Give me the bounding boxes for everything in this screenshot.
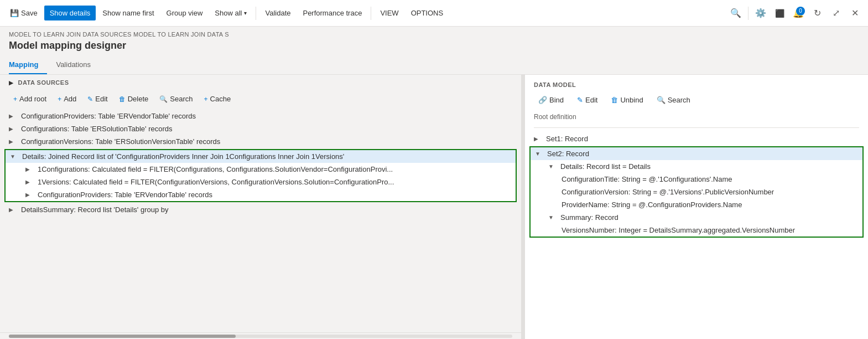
scroll-thumb[interactable]	[9, 335, 236, 338]
tab-validations[interactable]: Validations	[56, 56, 100, 74]
right-tree-item-config-version[interactable]: ConfigurationVersion: String = @.'1Versi…	[531, 186, 862, 198]
right-edit-button[interactable]: ✎ Edit	[573, 94, 602, 106]
expand-icon-cp[interactable]: ▶	[9, 113, 17, 119]
show-details-button[interactable]: Show details	[44, 6, 96, 20]
search-toolbar-button[interactable]: 🔍	[727, 4, 745, 22]
expand-icon-ds[interactable]: ▶	[9, 207, 17, 213]
settings-icon: ⚙️	[755, 8, 766, 18]
save-button[interactable]: 💾 Save	[4, 6, 43, 20]
popout-button[interactable]: ⤢	[827, 4, 845, 22]
right-tree-label-pname: ProviderName: String = @.ConfigurationPr…	[562, 201, 742, 209]
delete-button[interactable]: 🗑 Delete	[115, 93, 153, 105]
delete-label: Delete	[128, 95, 149, 103]
options-button[interactable]: OPTIONS	[406, 6, 449, 20]
toolbar: 💾 Save Show details Show name first Grou…	[0, 0, 868, 27]
right-tree-item-summary[interactable]: ▼ Summary: Record	[531, 211, 862, 224]
expand-icon-conf[interactable]: ▶	[9, 126, 17, 132]
right-tree-label-set2: Set2: Record	[547, 150, 589, 158]
tree-container[interactable]: ▶ ConfigurationProviders: Table 'ERVendo…	[0, 110, 521, 332]
main-container: MODEL TO LEARN JOIN DATA SOURCES MODEL T…	[0, 27, 868, 339]
tree-label-1ver: 1Versions: Calculated field = FILTER(Con…	[38, 178, 394, 186]
expand-icon-details[interactable]: ▼	[10, 153, 18, 160]
right-tree-item-details[interactable]: ▼ Details: Record list = Details	[531, 160, 862, 173]
right-tree-item-provider-name[interactable]: ProviderName: String = @.ConfigurationPr…	[531, 198, 862, 211]
tree-item-configurations[interactable]: ▶ Configurations: Table 'ERSolutionTable…	[0, 122, 521, 135]
right-tree-container[interactable]: ▶ Set1: Record ▼ Set2: Record ▼ Details:…	[525, 132, 868, 339]
tree-item-1ver[interactable]: ▶ 1Versions: Calculated field = FILTER(C…	[6, 176, 516, 188]
right-tree-item-versions-number[interactable]: VersionsNumber: Integer = DetailsSummary…	[531, 224, 862, 237]
tree-label-cprov: ConfigurationProviders: Table 'ERVendorT…	[38, 191, 212, 199]
expand-set1-icon[interactable]: ▶	[534, 136, 542, 142]
scroll-track[interactable]	[9, 335, 512, 338]
right-tree-label-vn: VersionsNumber: Integer = DetailsSummary…	[562, 226, 795, 234]
refresh-button[interactable]: ↻	[808, 4, 826, 22]
group-view-button[interactable]: Group view	[161, 6, 209, 20]
collapse-icon[interactable]: ▶	[9, 80, 14, 86]
unbind-button[interactable]: 🗑 Unbind	[606, 94, 647, 106]
search-icon: 🔍	[730, 8, 741, 18]
office-icon: ⬛	[775, 9, 784, 18]
edit-icon: ✎	[87, 95, 93, 103]
cache-button[interactable]: + Cache	[200, 93, 236, 105]
right-edit-icon: ✎	[577, 96, 583, 104]
right-selected-group-box: ▼ Set2: Record ▼ Details: Record list = …	[529, 146, 864, 238]
delete-icon: 🗑	[119, 95, 126, 103]
separator-1	[256, 7, 256, 20]
expand-icon-1ver[interactable]: ▶	[25, 179, 33, 185]
bind-icon: 🔗	[538, 96, 547, 104]
expand-set2-icon[interactable]: ▼	[535, 151, 543, 157]
data-sources-header: ▶ DATA SOURCES	[0, 75, 521, 90]
close-button[interactable]: ✕	[846, 4, 864, 22]
search-left-icon: 🔍	[159, 95, 168, 103]
search-button[interactable]: 🔍 Search	[155, 93, 197, 105]
right-edit-label: Edit	[585, 96, 597, 104]
view-button[interactable]: VIEW	[375, 6, 404, 20]
add-root-button[interactable]: + Add root	[9, 93, 51, 105]
data-model-header: DATA MODEL	[525, 75, 868, 91]
tree-item-details-root[interactable]: ▼ Details: Joined Record list of 'Config…	[6, 150, 516, 163]
unbind-label: Unbind	[620, 96, 643, 104]
show-name-first-button[interactable]: Show name first	[97, 6, 159, 20]
expand-icon-1conf[interactable]: ▶	[25, 166, 33, 172]
office-button[interactable]: ⬛	[771, 4, 788, 22]
right-tree-label-set1: Set1: Record	[546, 135, 588, 143]
right-tree-item-set1[interactable]: ▶ Set1: Record	[525, 132, 868, 145]
expand-details-icon[interactable]: ▼	[548, 163, 556, 170]
tree-item-config-providers[interactable]: ▶ ConfigurationProviders: Table 'ERVendo…	[0, 110, 521, 122]
tab-mapping[interactable]: Mapping	[9, 56, 47, 74]
bind-button[interactable]: 🔗 Bind	[534, 94, 568, 106]
show-all-button[interactable]: Show all ▾	[209, 6, 252, 20]
expand-summary-icon[interactable]: ▼	[548, 214, 556, 220]
settings-button[interactable]: ⚙️	[752, 4, 770, 22]
separator-2	[371, 7, 371, 20]
add-button[interactable]: + Add	[53, 93, 81, 105]
close-icon: ✕	[851, 8, 859, 18]
edit-button[interactable]: ✎ Edit	[83, 93, 112, 105]
tree-label-conf: Configurations: Table 'ERSolutionTable' …	[21, 125, 173, 133]
separator-3	[748, 7, 749, 20]
tree-item-details-summary[interactable]: ▶ DetailsSummary: Record list 'Details' …	[0, 203, 521, 216]
tree-item-config-versions[interactable]: ▶ ConfigurationVersions: Table 'ERSoluti…	[0, 135, 521, 148]
validate-button[interactable]: Validate	[259, 6, 296, 20]
tree-item-cprov-child[interactable]: ▶ ConfigurationProviders: Table 'ERVendo…	[6, 188, 516, 201]
add-label: Add	[64, 95, 76, 103]
expand-icon-cprov[interactable]: ▶	[25, 192, 33, 198]
tree-item-1conf[interactable]: ▶ 1Configurations: Calculated field = FI…	[6, 163, 516, 176]
cache-label: Cache	[210, 95, 231, 103]
save-icon: 💾	[10, 9, 19, 17]
expand-icon-cv[interactable]: ▶	[9, 138, 17, 145]
refresh-icon: ↻	[814, 8, 821, 18]
right-tree-item-set2[interactable]: ▼ Set2: Record	[531, 147, 862, 160]
selected-group-box: ▼ Details: Joined Record list of 'Config…	[4, 149, 517, 202]
add-icon: +	[58, 95, 61, 103]
tree-label-cv: ConfigurationVersions: Table 'ERSolution…	[21, 137, 220, 146]
right-search-button[interactable]: 🔍 Search	[652, 94, 695, 106]
tree-label-ds: DetailsSummary: Record list 'Details' gr…	[21, 206, 169, 214]
notification-button[interactable]: 🔔 0	[789, 4, 807, 22]
left-panel-actions: + Add root + Add ✎ Edit 🗑 Delete 🔍 S	[0, 90, 521, 110]
performance-trace-button[interactable]: Performance trace	[297, 6, 367, 20]
horizontal-scrollbar[interactable]	[0, 332, 521, 339]
right-tree-item-config-title[interactable]: ConfigurationTitle: String = @.'1Configu…	[531, 173, 862, 186]
right-tree-label-details: Details: Record list = Details	[560, 162, 651, 171]
add-root-icon: +	[13, 95, 17, 103]
